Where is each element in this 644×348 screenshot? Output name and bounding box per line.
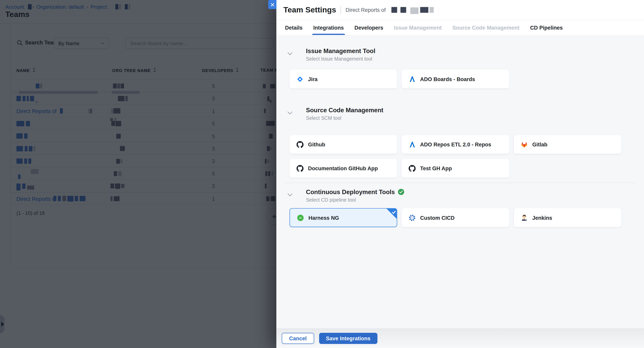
section-title-issue-management-tool: Issue Management Tool (306, 47, 375, 54)
section-subtitle: Select CD pipeline tool (306, 197, 356, 203)
gitlab-icon (521, 141, 528, 148)
card-label: Jenkins (532, 215, 552, 221)
screen: Account:›Organization: default›Project: … (0, 0, 644, 348)
harness-icon: ∞ (297, 214, 304, 221)
integration-card-ado-boards-boards[interactable]: ADO Boards - Boards (402, 69, 509, 88)
team-settings-drawer: Team Settings Direct Reports of DetailsI… (276, 0, 644, 348)
svg-text:</>: </> (410, 217, 414, 219)
cancel-button[interactable]: Cancel (282, 333, 314, 344)
redacted-block (391, 7, 397, 13)
tab-issue-management: Issue Management (394, 20, 442, 35)
redacted-team-name (391, 5, 438, 15)
divider (341, 6, 341, 14)
card-label: Custom CICD (420, 215, 454, 221)
github-icon (409, 165, 416, 172)
viewport: Account:›Organization: default›Project: … (0, 0, 644, 348)
tab-integrations[interactable]: Integrations (313, 20, 344, 35)
github-icon (296, 141, 304, 148)
integration-card-jira[interactable]: Jira (290, 69, 397, 88)
integration-card-ado-repos-etl-2-0-repos[interactable]: ADO Repos ETL 2.0 - Repos (402, 135, 509, 154)
integration-card-jenkins[interactable]: Jenkins (514, 208, 621, 227)
tab-details[interactable]: Details (285, 20, 302, 35)
integration-card-test-gh-app[interactable]: Test GH App (402, 159, 509, 178)
section-divider (284, 183, 636, 183)
save-integrations-button[interactable]: Save Integrations (319, 333, 378, 344)
integration-card-harness-ng[interactable]: ∞Harness NG (290, 208, 397, 227)
card-label: Github (308, 141, 325, 147)
section-title-source-code-management: Source Code Management (306, 107, 384, 113)
drawer-subtitle: Direct Reports of (346, 7, 386, 13)
card-label: ADO Repos ETL 2.0 - Repos (420, 141, 491, 147)
redacted-block (430, 7, 434, 13)
integration-card-github[interactable]: Github (290, 135, 397, 154)
redacted-block (400, 7, 406, 13)
collapse-chevron-icon[interactable] (288, 50, 292, 53)
card-label: Documentation GitHub App (308, 165, 378, 171)
tab-source-code-management: Source Code Management (452, 20, 519, 35)
tab-developers[interactable]: Developers (354, 20, 383, 35)
section-complete-check-icon (398, 189, 404, 195)
card-label: Jira (308, 76, 318, 82)
integrations-content: Issue Management ToolSelect Issue Manage… (276, 35, 644, 328)
drawer-header: Team Settings Direct Reports of (276, 0, 644, 20)
tab-cd-pipelines[interactable]: CD Pipelines (530, 20, 563, 35)
section-subtitle: Select Issue Management tool (306, 56, 372, 62)
redacted-block (420, 7, 428, 13)
close-icon[interactable] (268, 0, 276, 9)
collapse-chevron-icon[interactable] (288, 191, 292, 194)
selected-check-icon (391, 209, 396, 214)
integration-card-custom-cicd[interactable]: </>Custom CICD (402, 208, 509, 227)
jira-icon (296, 76, 304, 82)
card-label: Test GH App (420, 165, 452, 171)
tab-bar: DetailsIntegrationsDevelopersIssue Manag… (276, 20, 644, 35)
redacted-block (410, 8, 418, 14)
gear-icon: </> (409, 214, 416, 221)
ado-icon (409, 76, 416, 82)
drawer-footer: Cancel Save Integrations (276, 328, 644, 348)
section-subtitle: Select SCM tool (306, 115, 341, 121)
section-title-continuous-deployment-tools: Continuous Deployment Tools (306, 189, 404, 195)
card-label: Harness NG (308, 215, 339, 221)
integration-card-documentation-github-app[interactable]: Documentation GitHub App (290, 159, 397, 178)
collapse-chevron-icon[interactable] (288, 109, 292, 112)
card-label: Gitlab (532, 141, 548, 147)
github-icon (296, 165, 304, 172)
jenkins-icon (521, 214, 528, 221)
drawer-title: Team Settings (284, 5, 336, 15)
card-label: ADO Boards - Boards (420, 76, 475, 82)
ado-icon (409, 141, 416, 148)
integration-card-gitlab[interactable]: Gitlab (514, 135, 621, 154)
